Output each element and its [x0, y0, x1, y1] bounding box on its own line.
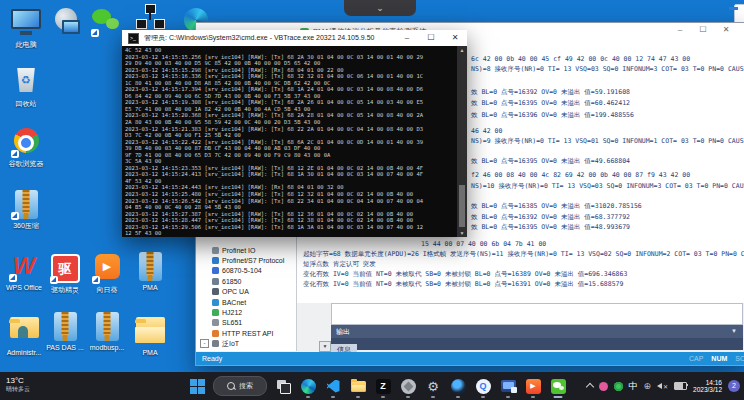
- minimize-button[interactable]: –: [674, 25, 686, 34]
- taskbar-3d-app[interactable]: [399, 377, 417, 395]
- tree-item-iec-60870-5-104[interactable]: 60870-5-104: [196, 266, 296, 276]
- capcut-icon: Z: [376, 379, 391, 394]
- scroll-down-icon[interactable]: ▼: [457, 230, 467, 236]
- recycle-bin-icon: ♻: [16, 68, 36, 92]
- gear-icon: ⚙: [427, 379, 439, 394]
- scroll-thumb[interactable]: [459, 185, 465, 227]
- maximize-button[interactable]: ☐: [697, 25, 709, 34]
- icon-label: 此电脑: [0, 41, 54, 49]
- expander-icon[interactable]: -: [200, 339, 209, 348]
- taskbar-settings[interactable]: ⚙: [424, 377, 442, 395]
- protocol-icon: [212, 330, 219, 337]
- tree-item-iec-61850[interactable]: 61850: [196, 276, 296, 286]
- ime-indicator[interactable]: 中: [629, 380, 638, 393]
- cmd-scrollbar[interactable]: ▲ ▼: [457, 46, 467, 237]
- desktop-icon-chrome[interactable]: 谷歌浏览器: [0, 126, 54, 168]
- taskbar-dark-app[interactable]: [449, 377, 467, 395]
- desktop-icon-360zip[interactable]: 360压缩: [0, 190, 54, 230]
- tree-item-label: Profinet IO: [222, 247, 255, 254]
- battery-icon[interactable]: [674, 382, 687, 390]
- tree-item-bacnet[interactable]: BACnet: [196, 297, 296, 307]
- ring-app-icon: [451, 379, 466, 394]
- icon-label: PMA: [122, 349, 178, 357]
- output-panel-header: 输出 ▼: [331, 325, 743, 338]
- autohide-titlebar-pill[interactable]: ⌄: [344, 0, 416, 16]
- taskbar-quark[interactable]: Q: [474, 377, 492, 395]
- cmd-titlebar[interactable]: 管理员: C:\Windows\System32\cmd.exe - VBTra…: [122, 30, 467, 46]
- analysis-line: NS)=10 接收序号(NR)=0 TI= 13 VSQ=03 SQ=0 INF…: [471, 183, 744, 191]
- desktop-icon-recycle-bin[interactable]: ♻ 回收站: [0, 66, 54, 108]
- weather-temp: 13°C: [6, 376, 30, 385]
- shortcut-arrow-icon: [9, 274, 17, 282]
- protocol-icon: [212, 319, 219, 326]
- tray-app-pink-icon[interactable]: [599, 382, 608, 391]
- taskbar-remote-desktop[interactable]: [499, 377, 517, 395]
- cube-app-icon: [401, 379, 416, 394]
- analysis-line: 效 BL=0 点号=16396 OV=0 未溢出 值=199.488556: [471, 112, 634, 120]
- protocol-icon: [212, 247, 219, 254]
- analysis-line: 效 BL=0 点号=16395 OV=0 未溢出 值=60.462412: [471, 100, 630, 108]
- output-list-box[interactable]: [331, 303, 743, 325]
- protocol-icon: [212, 257, 219, 264]
- tree-item-http-rest-api[interactable]: HTTP REST API: [196, 328, 296, 338]
- tray-time: 14:16: [693, 379, 722, 387]
- desktop-icon-pma-zip[interactable]: PMA: [122, 252, 178, 292]
- shortcut-arrow-icon: [92, 276, 100, 284]
- desktop-icon-pma-folder[interactable]: PMA: [122, 312, 178, 357]
- tree-item-sl651[interactable]: SL651: [196, 318, 296, 328]
- file-icon: [734, 4, 744, 24]
- cmd-output: 4C 52 43 002023-03-12 14:15:15.256 [srv_…: [122, 46, 467, 237]
- cmd-line: 2023-03-12 14:15:16.336 [srv_iec104] [RA…: [125, 73, 455, 80]
- icon-label: 回收站: [0, 100, 54, 108]
- scroll-up-icon[interactable]: ▲: [457, 47, 467, 53]
- taskbar-capcut[interactable]: Z: [374, 377, 392, 395]
- close-button[interactable]: ✕: [443, 30, 467, 46]
- zip-file-icon: [54, 312, 77, 341]
- taskbar-edge[interactable]: [299, 377, 317, 395]
- maximize-button[interactable]: ☐: [419, 30, 443, 46]
- minimize-button[interactable]: –: [395, 30, 419, 46]
- tree-item-opc-ua[interactable]: OPC UA: [196, 287, 296, 297]
- protocol-icon: [212, 288, 219, 295]
- vscode-icon: [327, 380, 340, 393]
- task-view-button[interactable]: [274, 377, 292, 395]
- tray-date: 2023/3/12: [693, 386, 722, 394]
- taskbar-wechat[interactable]: [549, 377, 567, 395]
- cmd-line: 12 5F 43 00: [125, 230, 455, 237]
- status-text: Ready: [202, 355, 222, 362]
- tree-item-label: OPC UA: [222, 288, 249, 295]
- tree-item-profinet-io[interactable]: Profinet IO: [196, 245, 296, 255]
- taskbar-explorer[interactable]: [349, 377, 367, 395]
- tray-app-green-icon[interactable]: [614, 382, 623, 391]
- tree-item-iot[interactable]: -泛IoT: [196, 339, 296, 349]
- play-app-icon: ▶: [526, 379, 541, 394]
- chevron-down-icon[interactable]: ▼: [731, 325, 737, 338]
- output-tab-row: 信息: [331, 338, 743, 350]
- zip-file-icon: [96, 312, 119, 341]
- tree-item-profinet-s7[interactable]: Profinet/S7 Protocol: [196, 255, 296, 265]
- chevron-down-icon: ⌄: [376, 4, 384, 13]
- tree-item-hj212[interactable]: HJ212: [196, 307, 296, 317]
- clock[interactable]: 14:16 2023/3/12: [693, 379, 722, 394]
- start-button[interactable]: [188, 377, 206, 395]
- close-button[interactable]: ✕: [720, 25, 732, 34]
- cmd-app-icon: [128, 33, 139, 44]
- network-status-icon[interactable]: ⊕: [644, 382, 652, 391]
- task-view-icon: [280, 383, 291, 394]
- volume-muted-icon[interactable]: ✕: [657, 383, 668, 390]
- taskbar-media-app[interactable]: ▶: [524, 377, 542, 395]
- notification-badge[interactable]: 2: [728, 380, 740, 392]
- tree-item-label: BACnet: [222, 299, 246, 306]
- combo-dropdown-icon[interactable]: ▼: [319, 341, 331, 352]
- shortcut-arrow-icon: [50, 276, 58, 284]
- cmd-line: 2023-03-12 14:15:25.480 [srv_iec104] [RA…: [125, 191, 455, 198]
- search-button[interactable]: 搜索: [213, 376, 267, 396]
- tree-item-label: Profinet/S7 Protocol: [222, 257, 284, 264]
- analysis-line: f2 46 00 08 40 00 4c 82 69 42 00 0b 40 0…: [471, 172, 690, 180]
- weather-widget[interactable]: 13°C 晴转多云: [6, 376, 30, 393]
- tray-expand-icon[interactable]: [585, 383, 593, 391]
- taskbar-vscode[interactable]: [324, 377, 342, 395]
- protocol-icon: [212, 299, 219, 306]
- protocol-icon: [212, 309, 219, 316]
- analysis-line: 效 BL=0 点号=16385 OV=0 未溢出 值=31020.785156: [471, 203, 642, 211]
